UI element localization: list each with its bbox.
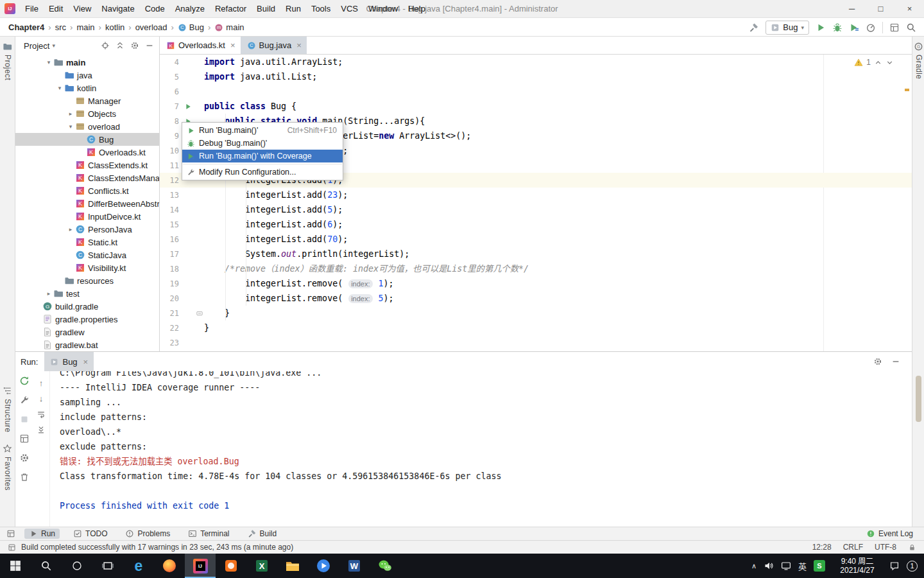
excel-taskbar-button[interactable]: X [246,554,277,578]
code-line-6[interactable]: 6 [160,84,912,99]
tree-item-manager[interactable]: Manager [15,94,159,107]
breadcrumb-main[interactable]: main [76,22,94,32]
code-line-21[interactable]: 21 } [160,306,912,320]
toolwindow-switcher-icon[interactable] [6,529,15,538]
tree-item-java[interactable]: java [15,69,159,82]
wechat-taskbar-button[interactable] [370,554,400,578]
code-line-17[interactable]: 17 System.out.println(integerList); [160,247,912,261]
tree-item-overload[interactable]: ▾overload [15,120,159,133]
tree-item-static-kt[interactable]: KStatic.kt [15,236,159,249]
caret-position[interactable]: 12:28 [812,543,832,552]
word-taskbar-button[interactable]: W [339,554,370,578]
code-line-18[interactable]: 18 /*remove（index）函数重载: index可为值，也可以是Lis… [160,261,912,276]
notification-badge[interactable]: 1 [907,561,918,572]
code-line-22[interactable]: 22} [160,320,912,335]
cortana-taskbar-button[interactable] [62,554,92,578]
hidden-icons-chevron[interactable]: ∧ [751,562,757,570]
run-button[interactable] [816,22,826,33]
tree-item-test[interactable]: ▸test [15,287,159,300]
tree-arrow-icon[interactable]: ▾ [66,123,75,130]
hide-panel-icon[interactable] [145,41,154,50]
tree-item-gradle-properties[interactable]: gradle.properties [15,313,159,326]
gradle-tool-icon[interactable]: G [914,42,923,51]
code-line-5[interactable]: 5import java.util.List; [160,69,912,84]
error-stripe-mark[interactable] [905,89,909,91]
tree-item-overloads-kt[interactable]: KOverloads.kt [15,146,159,159]
tree-item-staticjava[interactable]: CStaticJava [15,249,159,261]
breadcrumb-overload[interactable]: overload [135,22,167,32]
menu-item-run-bug-main[interactable]: Run 'Bug.main()'Ctrl+Shift+F10 [182,124,343,137]
menu-item-analyze[interactable]: Analyze [170,0,210,18]
tree-item-classextends-kt[interactable]: KClassExtends.kt [15,159,159,171]
edit-configuration-icon[interactable] [19,395,30,405]
breadcrumb-src[interactable]: src [55,22,66,32]
edge-taskbar-button[interactable]: e [123,554,154,578]
menu-item-refactor[interactable]: Refactor [210,0,252,18]
clear-console-icon[interactable] [19,472,30,482]
firefox-taskbar-button[interactable] [154,554,185,578]
status-widget-icon[interactable] [8,543,16,552]
breadcrumb-kotlin[interactable]: kotlin [105,22,124,32]
console-gear-icon[interactable] [19,453,30,463]
read-only-lock-icon[interactable] [908,543,916,552]
tree-item-conflicts-kt[interactable]: KConflicts.kt [15,184,159,197]
tree-item-personjava[interactable]: ▸CPersonJava [15,223,159,236]
fold-marker-icon[interactable] [196,310,203,317]
inspections-widget[interactable]: 1 [854,58,894,67]
collapse-all-icon[interactable] [116,41,124,50]
code-line-13[interactable]: 13 integerList.add(23); [160,188,912,202]
menu-item-run-bug-main-with-coverage[interactable]: Run 'Bug.main()' with Coverage [182,150,343,162]
menu-item-file[interactable]: File [20,0,44,18]
code-line-4[interactable]: 4import java.util.ArrayList; [160,55,912,69]
volume-icon[interactable] [764,561,774,571]
toolwindow-event-log[interactable]: Event Log [862,529,918,539]
breadcrumb-chapter4[interactable]: Chapter4 [8,22,44,32]
build-hammer-icon[interactable] [749,22,759,33]
menu-item-window[interactable]: Window [363,0,403,18]
breadcrumb-bug[interactable]: CBug [178,22,204,32]
tree-item-bug[interactable]: CBug [15,133,159,146]
search-taskbar-button[interactable] [31,554,62,578]
file-encoding[interactable]: UTF-8 [875,543,896,552]
menu-item-modify-run-configuration[interactable]: Modify Run Configuration... [182,166,343,179]
tree-item-resources[interactable]: resources [15,274,159,287]
code-line-20[interactable]: 20 integerList.remove( index: 5); [160,291,912,306]
menu-item-run[interactable]: Run [280,0,306,18]
minimize-button[interactable]: ─ [837,0,866,18]
hide-console-icon[interactable] [891,357,900,366]
stripe-structure-label[interactable]: Structure [3,399,12,432]
tree-item-visibility-kt[interactable]: KVisibility.kt [15,261,159,274]
app-orange-taskbar-button[interactable] [216,554,246,578]
up-stack-icon[interactable]: ↑ [39,379,44,388]
tree-item-gradlew-bat[interactable]: gradlew.bat [15,338,159,351]
tree-item-build-gradle[interactable]: Gbuild.gradle [15,300,159,313]
run-line-icon[interactable] [184,103,192,110]
chevron-down-icon[interactable]: ▾ [52,42,55,49]
tree-arrow-icon[interactable]: ▾ [44,59,53,66]
toolwindow-run[interactable]: Run [24,529,60,539]
console-output[interactable]: C:\Program Files\Java\jdk1.8.0_101\bin\j… [51,371,907,527]
tree-item-differbetweenabstr[interactable]: KDifferBetweenAbstr [15,197,159,210]
menu-item-edit[interactable]: Edit [44,0,68,18]
intellij-idea-taskbar-button[interactable]: IJ [185,554,216,578]
tree-item-objects[interactable]: ▸Objects [15,107,159,120]
menu-item-build[interactable]: Build [252,0,280,18]
tree-item-classextendsmanag[interactable]: KClassExtendsManag [15,171,159,184]
search-everywhere-button[interactable] [906,22,916,33]
stripe-gradle-label[interactable]: Gradle [914,55,923,79]
breadcrumb-main[interactable]: mmain [214,22,244,32]
language-indicator[interactable]: 英 [798,560,807,572]
console-settings-icon[interactable] [873,357,882,366]
taskbar-clock[interactable]: 9:40 周二 2021/4/27 [832,557,882,575]
locate-file-icon[interactable] [101,41,110,50]
tree-item-main[interactable]: ▾main [15,56,159,69]
menu-item-debug-bug-main[interactable]: Debug 'Bug.main()' [182,137,343,150]
close-icon[interactable]: × [230,40,235,50]
run-config-selector[interactable]: Bug ▾ [766,21,809,35]
close-icon[interactable]: × [296,40,302,50]
down-stack-icon[interactable]: ↓ [39,394,44,403]
media-player-taskbar-button[interactable] [308,554,339,578]
menu-item-view[interactable]: View [68,0,96,18]
status-message[interactable]: Build completed successfully with 17 war… [21,543,293,552]
restore-layout-icon[interactable] [19,434,30,444]
